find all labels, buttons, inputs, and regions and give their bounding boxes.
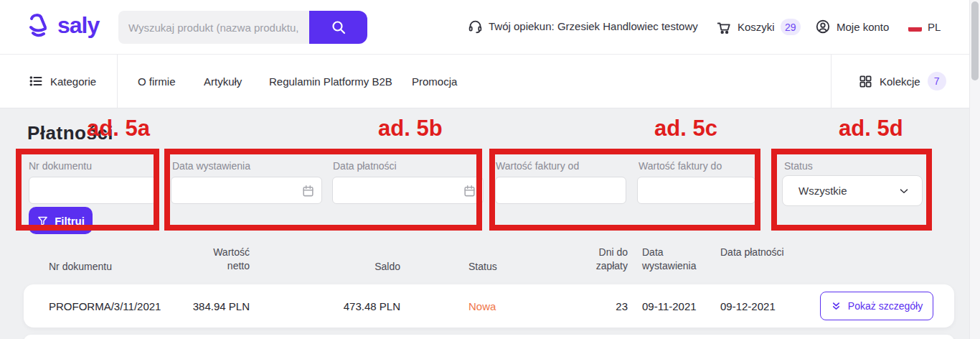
col-header-data-wystawienia: Data wystawienia (642, 246, 710, 273)
data-wystawienia-label: Data wystawienia (172, 160, 250, 172)
nav-link-label: Promocja (412, 75, 457, 88)
nav-link-artykuly[interactable]: Artykuły (204, 55, 242, 108)
nav-link-label: O firmie (138, 75, 176, 88)
nav-collections[interactable]: Kolekcje 7 (859, 55, 946, 108)
cell-saldo: 473.48 PLN (329, 300, 400, 312)
payments-page: saly Twój opiekun: Grzesiek Handlowie (0, 0, 980, 339)
cell-dni-do-zaplaty: 23 (592, 300, 628, 312)
nr-dokumentu-label: Nr dokumentu (29, 160, 92, 172)
carts-menu[interactable]: Koszyki 29 (716, 19, 801, 35)
caretaker-info: Twój opiekun: Grzesiek Handlowiec testow… (468, 19, 698, 34)
nav-divider (831, 55, 831, 108)
language-label: PL (928, 21, 941, 33)
data-platnosci-input[interactable] (332, 177, 484, 204)
wartosc-faktury-do-input[interactable] (637, 177, 755, 204)
show-details-button[interactable]: Pokaż szczegóły (820, 292, 933, 320)
search-input[interactable] (118, 11, 309, 44)
nav-link-label: Regulamin Platformy B2B (269, 75, 392, 88)
nav-divider (117, 55, 118, 108)
chevron-down-icon (897, 185, 910, 198)
carts-count-badge: 29 (781, 19, 801, 35)
saly-logo-icon (26, 11, 56, 39)
filter-button[interactable]: Filtruj (29, 207, 93, 234)
wartosc-faktury-od-label: Wartość faktury od (496, 160, 579, 172)
col-header-status: Status (468, 260, 497, 274)
data-platnosci-label: Data płatności (333, 160, 397, 172)
nav-link-regulamin[interactable]: Regulamin Platformy B2B (269, 55, 392, 108)
table-row-partial[interactable] (24, 335, 954, 339)
headset-icon (468, 19, 483, 34)
saly-logo[interactable]: saly (26, 11, 99, 39)
account-label: Moje konto (837, 21, 889, 33)
col-header-nr-dokumentu: Nr dokumentu (49, 260, 112, 274)
caretaker-text: Twój opiekun: Grzesiek Handlowiec testow… (489, 20, 698, 32)
show-details-label: Pokaż szczegóły (848, 300, 923, 312)
filter-button-label: Filtruj (55, 215, 85, 227)
top-header: saly Twój opiekun: Grzesiek Handlowie (0, 0, 980, 55)
categories-list-icon (29, 74, 43, 88)
carts-label: Koszyki (738, 21, 775, 33)
saly-logo-text: saly (57, 12, 99, 39)
cell-nr-dokumentu: PROFORMA/3/11/2021 (49, 300, 161, 312)
annotation-label-5d: ad. 5d (839, 116, 903, 141)
funnel-icon (37, 215, 49, 227)
cell-data-platnosci: 09-12-2021 (720, 300, 776, 312)
cell-data-wystawienia: 09-11-2021 (642, 300, 697, 312)
cell-wartosc-netto: 384.94 PLN (178, 300, 250, 312)
status-label: Status (784, 160, 813, 172)
annotation-label-5b: ad. 5b (378, 116, 443, 141)
search-icon (330, 19, 347, 36)
nav-link-promocja[interactable]: Promocja (412, 55, 457, 108)
grid-icon (859, 75, 872, 88)
double-chevron-down-icon (831, 301, 842, 312)
col-header-saldo: Saldo (343, 260, 400, 274)
nav-categories[interactable]: Kategorie (29, 55, 96, 108)
collections-count-badge: 7 (928, 72, 946, 90)
nav-categories-label: Kategorie (50, 75, 96, 88)
search-button[interactable] (309, 11, 367, 44)
user-icon (815, 19, 831, 34)
annotation-label-5c: ad. 5c (654, 116, 717, 141)
nr-dokumentu-input[interactable] (29, 177, 156, 204)
nav-link-o-firmie[interactable]: O firmie (138, 55, 176, 108)
scrollbar-thumb[interactable] (971, 1, 979, 80)
status-select-value: Wszystkie (798, 185, 847, 197)
col-header-wartosc-netto: Wartość netto (192, 246, 250, 273)
status-select[interactable]: Wszystkie (782, 175, 923, 206)
main-nav: Kategorie O firmie Artykuły Regulamin Pl… (0, 55, 980, 108)
language-switcher[interactable]: PL (908, 21, 941, 33)
nav-collections-label: Kolekcje (880, 75, 920, 88)
data-wystawienia-input[interactable] (171, 177, 322, 204)
nav-link-label: Artykuły (204, 75, 242, 88)
wartosc-faktury-do-label: Wartość faktury do (639, 160, 722, 172)
cell-status: Nowa (468, 300, 496, 312)
cart-icon (716, 19, 732, 35)
wartosc-faktury-od-input[interactable] (495, 177, 626, 204)
col-header-dni-do-zaplaty: Dni do zapłaty (583, 246, 628, 273)
col-header-data-platnosci: Data płatności (720, 246, 785, 259)
poland-flag-icon (908, 22, 922, 32)
page-title: Płatności (27, 122, 113, 144)
account-menu[interactable]: Moje konto (815, 19, 889, 34)
